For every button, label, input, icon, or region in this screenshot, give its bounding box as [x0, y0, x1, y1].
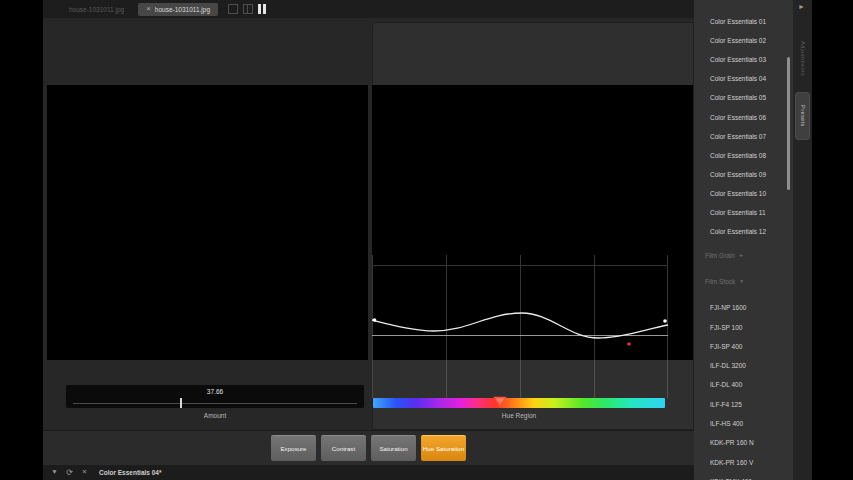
after-image — [372, 85, 693, 360]
saturation-button[interactable]: Saturation — [371, 435, 416, 461]
tab-label: house-1031011.jpg — [155, 6, 210, 13]
preset-dropdown-icon[interactable]: ▼ — [50, 469, 59, 476]
preset-item[interactable]: Color Essentials 03 — [694, 50, 793, 69]
section-film-stock[interactable]: Film Stock ▾ — [694, 267, 793, 295]
preset-item[interactable]: Color Essentials 06 — [694, 107, 793, 126]
amount-value: 37.66 — [66, 388, 364, 395]
exposure-button[interactable]: Exposure — [271, 435, 316, 461]
film-stock-item[interactable]: ILF-DL 400 — [694, 375, 793, 394]
side-tab-strip: ► Adjustments Presets — [793, 0, 812, 480]
tab-inactive-document[interactable]: house-1031011.jpg — [63, 3, 130, 16]
amount-slider-handle[interactable] — [180, 398, 182, 408]
film-stock-item[interactable]: KDK-TMX 400 — [694, 472, 793, 480]
film-stock-item[interactable]: ILF-HS 400 — [694, 414, 793, 433]
hue-saturation-button[interactable]: Hue Saturation — [421, 435, 466, 461]
preset-item[interactable]: Color Essentials 12 — [694, 222, 793, 241]
preset-item[interactable]: Color Essentials 09 — [694, 165, 793, 184]
section-label: Film Grain — [705, 252, 735, 259]
editor-canvas: 37.66 Amount Hue Region — [43, 18, 694, 430]
chevron-right-icon: ▸ — [740, 252, 743, 258]
preset-item[interactable]: Color Essentials 11 — [694, 203, 793, 222]
film-stock-item[interactable]: FJI-SP 400 — [694, 337, 793, 356]
side-by-side-view-icon[interactable] — [258, 4, 266, 14]
preset-item[interactable]: Color Essentials 08 — [694, 146, 793, 165]
panel-expand-icon[interactable]: ► — [798, 3, 805, 10]
before-image — [47, 85, 368, 360]
before-scene-house — [47, 85, 368, 360]
hue-region-label: Hue Region — [373, 412, 665, 419]
preset-item[interactable]: Color Essentials 02 — [694, 31, 793, 50]
film-stock-item[interactable]: ILF-DL 3200 — [694, 356, 793, 375]
document-tab-bar: house-1031011.jpg × house-1031011.jpg — [43, 0, 694, 18]
preset-item[interactable]: Color Essentials 05 — [694, 88, 793, 107]
preset-item[interactable]: Color Essentials 10 — [694, 184, 793, 203]
film-stock-item[interactable]: KDK-PR 160 N — [694, 433, 793, 452]
preset-status-bar: ▼ ⟳ ✕ Color Essentials 04* — [43, 465, 694, 480]
amount-slider-track[interactable] — [73, 403, 357, 404]
section-film-grain[interactable]: Film Grain ▸ — [694, 243, 793, 267]
adjustment-toolbar: Exposure Contrast Saturation Hue Saturat… — [43, 430, 694, 465]
split-view-icon[interactable] — [243, 4, 253, 14]
preset-item[interactable]: Color Essentials 07 — [694, 127, 793, 146]
film-stock-item[interactable]: ILF-F4 125 — [694, 395, 793, 414]
hue-region-slider[interactable] — [373, 398, 665, 408]
preset-item[interactable]: Color Essentials 04 — [694, 69, 793, 88]
amount-label: Amount — [65, 412, 365, 419]
tab-presets[interactable]: Presets — [795, 92, 810, 140]
preset-item[interactable]: Color Essentials 01 — [694, 12, 793, 31]
view-mode-toggle-group — [228, 4, 266, 14]
single-view-icon[interactable] — [228, 4, 238, 14]
preset-list: Color Essentials 01 Color Essentials 02 … — [694, 0, 793, 480]
tab-adjustments[interactable]: Adjustments — [796, 28, 810, 90]
after-scene-house — [372, 85, 693, 360]
chevron-down-icon: ▾ — [740, 278, 743, 284]
film-stock-item[interactable]: KDK-PR 160 V — [694, 453, 793, 472]
sidebar-scrollbar[interactable] — [787, 57, 790, 190]
presets-sidebar: Color Essentials 01 Color Essentials 02 … — [694, 0, 793, 480]
amount-slider[interactable]: 37.66 — [65, 384, 365, 409]
preset-remove-icon[interactable]: ✕ — [80, 469, 89, 476]
current-preset-name: Color Essentials 04* — [99, 469, 162, 476]
section-label: Film Stock — [705, 278, 735, 285]
hue-region-marker[interactable] — [493, 396, 507, 407]
close-tab-icon[interactable]: × — [146, 5, 151, 13]
tab-active-document[interactable]: × house-1031011.jpg — [138, 3, 218, 16]
film-stock-item[interactable]: FJI-SP 100 — [694, 317, 793, 336]
preset-reset-icon[interactable]: ⟳ — [65, 469, 74, 477]
contrast-button[interactable]: Contrast — [321, 435, 366, 461]
film-stock-item[interactable]: FJI-NP 1600 — [694, 298, 793, 317]
